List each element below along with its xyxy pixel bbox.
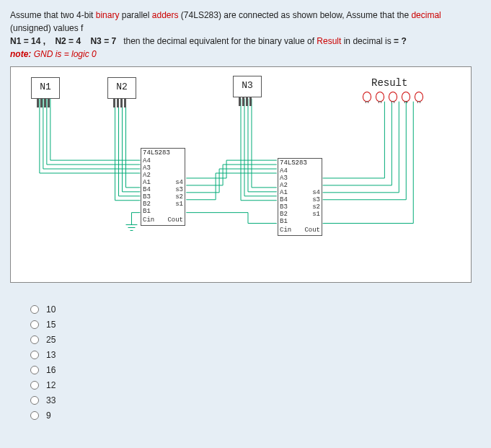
txt: in decimal is (344, 36, 392, 46)
answer-radio[interactable] (30, 381, 39, 390)
n3-label: N3 (90, 36, 101, 46)
answer-text: 12 (46, 380, 56, 390)
answer-radio[interactable] (30, 335, 39, 344)
txt: parallel (122, 10, 150, 20)
answer-radio[interactable] (30, 305, 39, 314)
answer-radio[interactable] (30, 396, 39, 405)
answer-text: 9 (46, 410, 51, 421)
answer-text: 13 (46, 350, 56, 360)
answer-radio[interactable] (30, 320, 39, 329)
led-icon (363, 92, 371, 102)
answer-text: 15 (46, 320, 56, 330)
result-word: Result (317, 36, 341, 46)
question-prompt: Assume that two 4-bit binary parallel ad… (10, 9, 481, 61)
n2-label: N2 (55, 36, 66, 46)
led-icon (415, 92, 423, 102)
n1-label: N1 (10, 36, 21, 46)
answer-text: 10 (46, 304, 56, 315)
answer-radio[interactable] (30, 366, 39, 374)
answer-option[interactable]: 15 (30, 317, 481, 332)
result-label: Result (371, 77, 407, 89)
decimal-word: decimal (411, 10, 441, 20)
note-text: GND is = logic 0 (34, 49, 97, 59)
ic1-74ls283: 74LS283 A4 A3 A2 A1s4 B4s3 B3s2 B2s1 B1 … (141, 148, 185, 226)
answer-option[interactable]: 10 (30, 302, 481, 317)
n2-box: N2 (107, 77, 136, 99)
n2-value: = 4 (68, 36, 81, 46)
answer-radio[interactable] (30, 351, 39, 359)
led-icon (389, 92, 397, 102)
ic-title: 74LS283 (278, 159, 322, 167)
answer-radio[interactable] (30, 411, 39, 420)
answer-option[interactable]: 13 (30, 347, 481, 362)
n1-pins (37, 99, 50, 107)
n3-value: = 7 (104, 36, 116, 46)
txt: (74LS283) are connected as shown below, … (181, 10, 409, 20)
answer-option[interactable]: 9 (30, 408, 481, 423)
n2-pins (113, 99, 126, 107)
answer-text: 25 (46, 335, 56, 345)
answer-option[interactable]: 25 (30, 332, 481, 347)
note-label: note: (10, 49, 31, 59)
answer-text: 33 (46, 395, 56, 405)
result-leds (363, 92, 423, 102)
txt: (unsigned) values f (10, 23, 83, 33)
n3-box: N3 (233, 76, 262, 97)
answer-option[interactable]: 16 (30, 362, 481, 377)
led-icon (376, 92, 384, 102)
ic2-74ls283: 74LS283 A4 A3 A2 A1s4 B4s3 B3s2 B2s1 B1 … (278, 158, 322, 236)
n1-box: N1 (31, 77, 60, 99)
circuit-diagram: N1 N2 N3 Result 74LS283 A4 A3 A2 A1s4 B4… (10, 66, 472, 283)
led-icon (402, 92, 410, 102)
n3-pins (239, 97, 252, 106)
qmark: = ? (394, 36, 407, 46)
answer-option[interactable]: 33 (30, 392, 481, 408)
binary-word: binary (96, 10, 120, 20)
n1-value: = 14 , (24, 36, 45, 46)
adders-word: adders (152, 10, 179, 20)
txt: then the decimal equivalent for the bina… (123, 36, 314, 46)
answer-text: 16 (46, 365, 56, 375)
answer-option[interactable]: 12 (30, 377, 481, 392)
txt: Assume that two 4-bit (10, 10, 93, 20)
answer-choices: 10 15 25 13 16 12 33 9 (10, 302, 481, 423)
ic-title: 74LS283 (141, 149, 185, 157)
